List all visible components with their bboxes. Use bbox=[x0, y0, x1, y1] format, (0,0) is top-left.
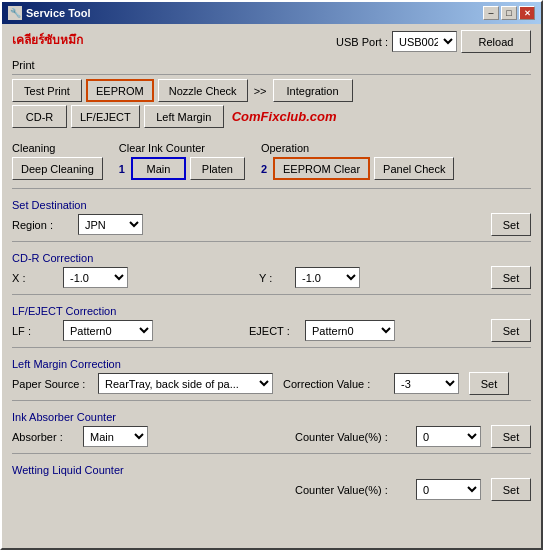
cdr-set-button[interactable]: Set bbox=[491, 266, 531, 289]
titlebar-left: 🔧 Service Tool bbox=[8, 6, 91, 20]
panel-check-button[interactable]: Panel Check bbox=[374, 157, 454, 180]
ink-counter-value-label: Counter Value(%) : bbox=[295, 431, 410, 443]
window-title: Service Tool bbox=[26, 7, 91, 19]
eject-select[interactable]: Pattern0 Pattern1 Pattern2 bbox=[305, 320, 395, 341]
left-margin-set-button[interactable]: Set bbox=[469, 372, 509, 395]
thai-header-label: เคลียร์ซับหมึก bbox=[12, 30, 83, 49]
absorber-label: Absorber : bbox=[12, 431, 77, 443]
ink-counter-value-select[interactable]: 0 10 20 50 100 bbox=[416, 426, 481, 447]
close-button[interactable]: ✕ bbox=[519, 6, 535, 20]
wetting-counter-value-label: Counter Value(%) : bbox=[295, 484, 410, 496]
cleaning-group: Cleaning Deep Cleaning bbox=[12, 136, 103, 180]
deep-cleaning-button[interactable]: Deep Cleaning bbox=[12, 157, 103, 180]
comfix-label: ComFixclub.com bbox=[232, 109, 337, 124]
print-divider bbox=[12, 74, 531, 75]
print-section-label: Print bbox=[12, 59, 531, 71]
ink-absorber-set-button[interactable]: Set bbox=[491, 425, 531, 448]
paper-source-select[interactable]: RearTray, back side of pa... bbox=[98, 373, 273, 394]
badge-1: 1 bbox=[119, 163, 125, 175]
arrow-label: >> bbox=[252, 85, 269, 97]
usb-port-select[interactable]: USB002 USB001 USB003 bbox=[392, 31, 457, 52]
lf-select[interactable]: Pattern0 Pattern1 Pattern2 bbox=[63, 320, 153, 341]
reload-button[interactable]: Reload bbox=[461, 30, 531, 53]
ink-absorber-counter-label: Ink Absorber Counter bbox=[12, 411, 531, 423]
eeprom-clear-button[interactable]: EEPROM Clear bbox=[273, 157, 370, 180]
usb-port-label: USB Port : bbox=[336, 36, 388, 48]
paper-source-label: Paper Source : bbox=[12, 378, 92, 390]
cdr-button[interactable]: CD-R bbox=[12, 105, 67, 128]
set-destination-button[interactable]: Set bbox=[491, 213, 531, 236]
y-label: Y : bbox=[259, 272, 289, 284]
lf-eject-set-button[interactable]: Set bbox=[491, 319, 531, 342]
lf-eject-correction-label: LF/EJECT Correction bbox=[12, 305, 531, 317]
window-icon: 🔧 bbox=[8, 6, 22, 20]
titlebar-buttons: – □ ✕ bbox=[483, 6, 535, 20]
cdr-correction-label: CD-R Correction bbox=[12, 252, 531, 264]
wetting-liquid-row: Counter Value(%) : 0 10 20 50 100 Set bbox=[12, 478, 531, 501]
left-margin-correction-label: Left Margin Correction bbox=[12, 358, 531, 370]
ink-absorber-row: Absorber : Main Sub Counter Value(%) : 0… bbox=[12, 425, 531, 448]
wetting-liquid-counter-label: Wetting Liquid Counter bbox=[12, 464, 531, 476]
usb-row: USB Port : USB002 USB001 USB003 Reload bbox=[336, 30, 531, 53]
x-label: X : bbox=[12, 272, 57, 284]
print-row-1: Test Print EEPROM Nozzle Check >> Integr… bbox=[12, 79, 531, 102]
ink-absorber-counter-section: Ink Absorber Counter Absorber : Main Sub… bbox=[12, 400, 531, 448]
main-button[interactable]: Main bbox=[131, 157, 186, 180]
wetting-counter-value-select[interactable]: 0 10 20 50 100 bbox=[416, 479, 481, 500]
region-label: Region : bbox=[12, 219, 72, 231]
correction-value-select[interactable]: -3 -2 -1 0 1 2 3 bbox=[394, 373, 459, 394]
platen-button[interactable]: Platen bbox=[190, 157, 245, 180]
print-row-2: CD-R LF/EJECT Left Margin ComFixclub.com bbox=[12, 105, 531, 128]
main-window: 🔧 Service Tool – □ ✕ เคลียร์ซับหมึก USB … bbox=[0, 0, 543, 550]
correction-value-label: Correction Value : bbox=[283, 378, 388, 390]
cleaning-label: Cleaning bbox=[12, 142, 103, 154]
badge-2: 2 bbox=[261, 163, 267, 175]
lf-label: LF : bbox=[12, 325, 57, 337]
x-select[interactable]: -1.0 -0.5 0.0 0.5 1.0 bbox=[63, 267, 128, 288]
lf-eject-row: LF : Pattern0 Pattern1 Pattern2 EJECT : … bbox=[12, 319, 531, 342]
maximize-button[interactable]: □ bbox=[501, 6, 517, 20]
eject-label: EJECT : bbox=[249, 325, 299, 337]
titlebar: 🔧 Service Tool – □ ✕ bbox=[2, 2, 541, 24]
left-margin-button[interactable]: Left Margin bbox=[144, 105, 224, 128]
integration-button[interactable]: Integration bbox=[273, 79, 353, 102]
set-destination-row: Region : JPN USA EUR Set bbox=[12, 213, 531, 236]
operation-label: Operation bbox=[261, 142, 455, 154]
cdr-correction-row: X : -1.0 -0.5 0.0 0.5 1.0 Y : -1.0 -0.5 … bbox=[12, 266, 531, 289]
left-margin-correction-section: Left Margin Correction Paper Source : Re… bbox=[12, 347, 531, 395]
test-print-button[interactable]: Test Print bbox=[12, 79, 82, 102]
eeprom-button[interactable]: EEPROM bbox=[86, 79, 154, 102]
cdr-correction-section: CD-R Correction X : -1.0 -0.5 0.0 0.5 1.… bbox=[12, 241, 531, 289]
y-select[interactable]: -1.0 -0.5 0.0 0.5 1.0 bbox=[295, 267, 360, 288]
region-select[interactable]: JPN USA EUR bbox=[78, 214, 143, 235]
lf-eject-button[interactable]: LF/EJECT bbox=[71, 105, 140, 128]
set-destination-label: Set Destination bbox=[12, 199, 531, 211]
clear-ink-counter-group: Clear Ink Counter 1 Main Platen bbox=[119, 136, 245, 180]
absorber-select[interactable]: Main Sub bbox=[83, 426, 148, 447]
set-destination-section: Set Destination Region : JPN USA EUR Set bbox=[12, 188, 531, 236]
content-area: เคลียร์ซับหมึก USB Port : USB002 USB001 … bbox=[2, 24, 541, 512]
wetting-liquid-counter-section: Wetting Liquid Counter Counter Value(%) … bbox=[12, 453, 531, 501]
clear-ink-counter-label: Clear Ink Counter bbox=[119, 142, 245, 154]
nozzle-check-button[interactable]: Nozzle Check bbox=[158, 79, 248, 102]
operation-group: Operation 2 EEPROM Clear Panel Check bbox=[261, 136, 455, 180]
left-margin-row: Paper Source : RearTray, back side of pa… bbox=[12, 372, 531, 395]
minimize-button[interactable]: – bbox=[483, 6, 499, 20]
lf-eject-correction-section: LF/EJECT Correction LF : Pattern0 Patter… bbox=[12, 294, 531, 342]
wetting-liquid-set-button[interactable]: Set bbox=[491, 478, 531, 501]
